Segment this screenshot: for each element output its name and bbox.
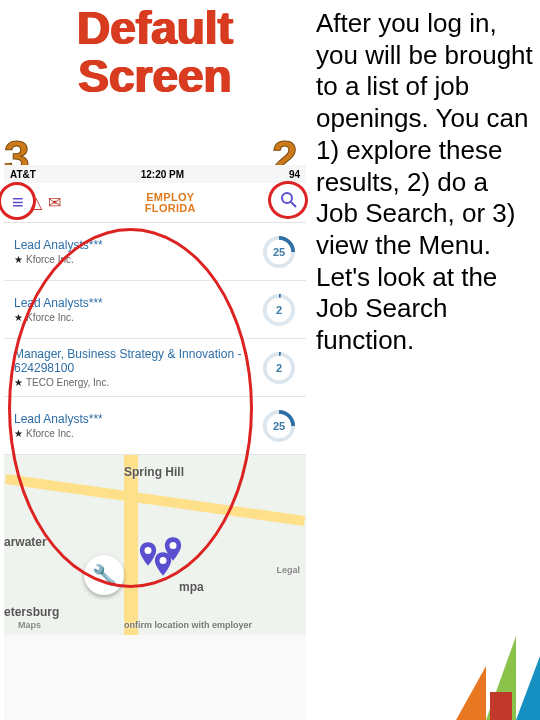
status-bar: AT&T 12:20 PM 94 [4, 165, 306, 183]
job-row[interactable]: Lead Analysts***★Kforce Inc.25 [4, 397, 306, 455]
city-tampa: mpa [179, 580, 204, 594]
job-row[interactable]: Lead Analysts***★Kforce Inc.2 [4, 281, 306, 339]
star-icon: ★ [14, 428, 23, 439]
menu-icon[interactable]: ≡ [12, 191, 24, 214]
job-list: Lead Analysts***★Kforce Inc.25Lead Analy… [4, 223, 306, 455]
confirm-label: onfirm location with employer [124, 620, 252, 630]
match-score: 25 [262, 235, 296, 269]
svg-point-6 [265, 353, 293, 381]
carrier-label: AT&T [10, 169, 36, 180]
job-text: Lead Analysts***★Kforce Inc. [14, 238, 262, 265]
job-row[interactable]: Manager, Business Strategy & Innovation … [4, 339, 306, 397]
star-icon: ★ [14, 312, 23, 323]
phone-screenshot: AT&T 12:20 PM 94 ≡ △ ✉ EMPLOY FLORIDA Le [4, 165, 306, 720]
svg-point-0 [282, 193, 292, 203]
job-title: Lead Analysts*** [14, 412, 254, 426]
right-column: After you log in, you will be brought to… [310, 0, 540, 720]
slide-title: Default Screen [0, 0, 310, 101]
mail-icon[interactable]: ✉ [48, 193, 61, 212]
brand-bottom: FLORIDA [145, 203, 196, 214]
city-clearwater: arwater [4, 535, 47, 549]
svg-line-1 [291, 202, 296, 207]
job-title: Lead Analysts*** [14, 238, 254, 252]
legal-label: Legal [276, 565, 300, 575]
match-score: 2 [262, 293, 296, 327]
body-text: After you log in, you will be brought to… [316, 8, 534, 357]
title-line2: Screen [78, 50, 231, 102]
svg-point-12 [170, 542, 177, 549]
slide: Default Screen 3 2 1 AT&T 12:20 PM 94 ≡ … [0, 0, 540, 720]
svg-point-4 [265, 295, 293, 323]
left-column: Default Screen 3 2 1 AT&T 12:20 PM 94 ≡ … [0, 0, 310, 720]
job-row[interactable]: Lead Analysts***★Kforce Inc.25 [4, 223, 306, 281]
alert-icon[interactable]: △ [30, 193, 42, 212]
star-icon: ★ [14, 254, 23, 265]
app-toolbar: ≡ △ ✉ EMPLOY FLORIDA [4, 183, 306, 223]
title-line1: Default [77, 2, 233, 54]
city-springhill: Spring Hill [124, 465, 184, 479]
job-title: Lead Analysts*** [14, 296, 254, 310]
job-text: Lead Analysts***★Kforce Inc. [14, 296, 262, 323]
job-title: Manager, Business Strategy & Innovation … [14, 347, 254, 375]
wrench-button[interactable]: 🔧 [84, 555, 124, 595]
star-icon: ★ [14, 377, 23, 388]
clock-label: 12:20 PM [141, 169, 184, 180]
job-company: ★TECO Energy, Inc. [14, 377, 254, 388]
brand-logo: EMPLOY FLORIDA [145, 192, 196, 214]
job-text: Lead Analysts***★Kforce Inc. [14, 412, 262, 439]
city-stpetersburg: etersburg [4, 605, 59, 619]
brand-top: EMPLOY [145, 192, 196, 203]
search-icon[interactable] [280, 191, 298, 214]
job-company: ★Kforce Inc. [14, 312, 254, 323]
match-score: 2 [262, 351, 296, 385]
battery-label: 94 [289, 169, 300, 180]
toolbar-left: ≡ △ ✉ [12, 191, 61, 214]
match-score: 25 [262, 409, 296, 443]
maps-attrib: Maps [18, 620, 41, 630]
job-text: Manager, Business Strategy & Innovation … [14, 347, 262, 388]
map-area[interactable]: Spring Hill arwater etersburg mpa Maps L… [4, 455, 306, 635]
job-company: ★Kforce Inc. [14, 428, 254, 439]
job-company: ★Kforce Inc. [14, 254, 254, 265]
map-pin-icon [159, 535, 187, 563]
corner-logo [430, 630, 540, 720]
